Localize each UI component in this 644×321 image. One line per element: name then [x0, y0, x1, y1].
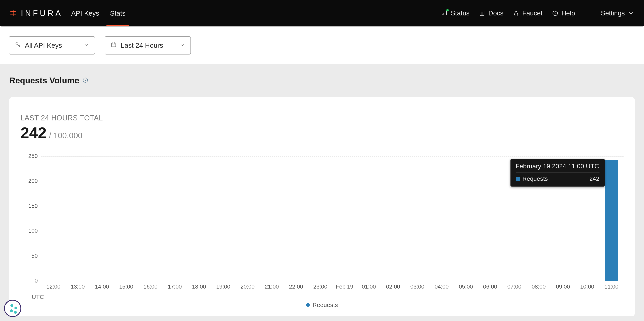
x-tick: 08:00	[532, 284, 546, 290]
time-range-dropdown[interactable]: Last 24 Hours	[105, 36, 191, 54]
x-tick: 13:00	[70, 284, 84, 290]
chart-gridline	[41, 156, 624, 156]
nav-faucet[interactable]: Faucet	[513, 9, 542, 17]
info-icon[interactable]	[82, 77, 88, 84]
content-area: Requests Volume LAST 24 HOURS TOTAL 242 …	[0, 64, 644, 321]
nav-docs-label: Docs	[488, 9, 504, 17]
nav-faucet-label: Faucet	[522, 9, 542, 17]
chevron-down-icon	[84, 41, 89, 49]
chart-gridline	[41, 231, 624, 231]
chart-gridline	[41, 206, 624, 206]
infura-logo-icon	[10, 10, 17, 17]
cookie-settings-button[interactable]	[4, 300, 21, 317]
status-indicator-dot	[446, 9, 449, 11]
x-tick: 23:00	[313, 284, 327, 290]
x-tick: 04:00	[434, 284, 448, 290]
droplet-icon	[513, 10, 520, 17]
x-tick: 02:00	[386, 284, 400, 290]
x-tick: Feb 19	[336, 284, 353, 290]
chevron-down-icon	[628, 10, 634, 17]
y-tick: 250	[20, 153, 38, 159]
x-tick: 07:00	[507, 284, 521, 290]
chart-gridline	[41, 281, 624, 281]
chart-y-axis: 050100150200250	[20, 156, 41, 308]
x-tick: 12:00	[46, 284, 60, 290]
nav-docs[interactable]: Docs	[479, 9, 504, 17]
time-range-label: Last 24 Hours	[121, 41, 163, 49]
brand-name: INFURA	[21, 9, 63, 18]
x-axis-label: UTC	[32, 294, 624, 300]
api-key-filter-label: All API Keys	[25, 41, 62, 49]
chart-tooltip: February 19 2024 11:00 UTC Requests 242	[510, 159, 605, 187]
y-tick: 150	[20, 203, 38, 209]
x-tick: 05:00	[459, 284, 473, 290]
filter-bar: All API Keys Last 24 Hours	[0, 26, 644, 64]
legend-label: Requests	[312, 302, 338, 308]
nav-settings[interactable]: Settings	[601, 9, 634, 17]
cookie-icon	[5, 301, 20, 316]
x-tick: 03:00	[410, 284, 424, 290]
section-title: Requests Volume	[9, 76, 79, 85]
status-bars-icon	[441, 10, 448, 17]
summary-value: 242	[20, 124, 46, 142]
svg-point-12	[555, 14, 556, 15]
y-tick: 100	[20, 228, 38, 234]
help-circle-icon	[552, 10, 558, 17]
y-tick: 0	[20, 278, 38, 284]
nav-status[interactable]: Status	[441, 9, 470, 17]
chart-gridline	[41, 181, 624, 181]
section-header: Requests Volume	[9, 76, 635, 85]
x-tick: 22:00	[289, 284, 303, 290]
nav-status-label: Status	[451, 9, 470, 17]
chart-legend: Requests	[20, 302, 624, 308]
svg-point-22	[85, 79, 86, 79]
svg-rect-16	[112, 43, 116, 47]
svg-line-14	[18, 44, 20, 47]
x-tick: 16:00	[143, 284, 158, 290]
svg-line-15	[19, 45, 20, 46]
x-tick: 19:00	[216, 284, 230, 290]
requests-volume-card: LAST 24 HOURS TOTAL 242 / 100,000 050100…	[9, 97, 635, 317]
tooltip-color-swatch	[516, 177, 520, 181]
summary-limit: / 100,000	[49, 131, 82, 140]
nav-tabs: API Keys Stats	[70, 0, 127, 26]
top-nav: INFURA API Keys Stats Status Docs Faucet	[0, 0, 644, 26]
key-icon	[15, 41, 21, 49]
x-tick: 11:00	[604, 284, 618, 290]
chart-bar[interactable]	[605, 160, 618, 281]
logo[interactable]: INFURA	[10, 9, 63, 18]
x-tick: 20:00	[240, 284, 254, 290]
document-icon	[479, 10, 486, 17]
nav-divider	[588, 7, 588, 19]
x-tick: 17:00	[168, 284, 182, 290]
x-tick: 15:00	[119, 284, 133, 290]
calendar-icon	[111, 41, 117, 49]
tooltip-title: February 19 2024 11:00 UTC	[516, 163, 600, 170]
nav-right: Status Docs Faucet Help Settings	[441, 7, 634, 19]
y-tick: 50	[20, 253, 38, 259]
chevron-down-icon	[180, 41, 185, 49]
summary-row: 242 / 100,000	[20, 124, 624, 142]
tab-stats[interactable]: Stats	[109, 0, 127, 26]
chart-gridline	[41, 256, 624, 256]
x-tick: 18:00	[192, 284, 206, 290]
chart: 050100150200250 February 19 2024 11:00 U…	[20, 156, 624, 308]
tab-api-keys[interactable]: API Keys	[70, 0, 100, 26]
x-tick: 21:00	[265, 284, 279, 290]
chart-x-axis: 12:0013:0014:0015:0016:0017:0018:0019:00…	[41, 284, 624, 300]
legend-marker	[306, 303, 310, 307]
summary-subtitle: LAST 24 HOURS TOTAL	[20, 114, 624, 122]
x-tick: 10:00	[580, 284, 594, 290]
x-tick: 06:00	[483, 284, 497, 290]
nav-settings-label: Settings	[601, 9, 625, 17]
x-tick: 14:00	[95, 284, 109, 290]
nav-help-label: Help	[562, 9, 575, 17]
chart-plot-area[interactable]: February 19 2024 11:00 UTC Requests 242	[41, 156, 624, 281]
x-tick: 09:00	[556, 284, 570, 290]
nav-help[interactable]: Help	[552, 9, 575, 17]
api-key-filter-dropdown[interactable]: All API Keys	[9, 36, 95, 54]
x-tick: 01:00	[362, 284, 376, 290]
y-tick: 200	[20, 178, 38, 184]
